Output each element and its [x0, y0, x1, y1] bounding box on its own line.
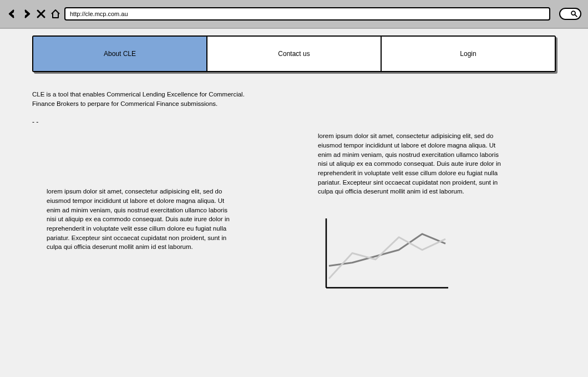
back-icon[interactable]: [7, 8, 18, 19]
tab-login[interactable]: Login: [382, 37, 555, 71]
lorem-left: lorem ipsum dolor sit amet, consectetur …: [47, 187, 235, 252]
close-icon[interactable]: [36, 8, 47, 19]
browser-toolbar: http://cle.mcp.com.au: [0, 0, 588, 29]
chart-series-b: [329, 237, 445, 279]
url-input[interactable]: http://cle.mcp.com.au: [64, 7, 550, 21]
left-column: lorem ipsum dolor sit amet, consectetur …: [32, 131, 285, 296]
home-icon[interactable]: [50, 8, 61, 19]
chart-series-a: [329, 234, 445, 266]
page-content: About CLE Contact us Login CLE is a tool…: [0, 29, 588, 303]
tab-about-cle[interactable]: About CLE: [33, 37, 207, 71]
tab-label: About CLE: [104, 50, 136, 58]
forward-icon[interactable]: [21, 8, 32, 19]
two-column-layout: lorem ipsum dolor sit amet, consectetur …: [32, 131, 556, 296]
url-text: http://cle.mcp.com.au: [70, 11, 128, 17]
dashes-text: - -: [32, 118, 556, 126]
lorem-right: lorem ipsum dolor sit amet, consectetur …: [318, 131, 506, 196]
tab-label: Login: [460, 50, 476, 58]
tab-label: Contact us: [278, 50, 310, 58]
line-chart: [318, 213, 451, 296]
right-column: lorem ipsum dolor sit amet, consectetur …: [318, 131, 556, 296]
search-pill[interactable]: [559, 8, 581, 20]
tab-contact-us[interactable]: Contact us: [207, 37, 382, 71]
main-tabs: About CLE Contact us Login: [32, 35, 556, 72]
search-icon: [570, 10, 578, 18]
intro-text: CLE is a tool that enables Commerical Le…: [32, 90, 265, 108]
